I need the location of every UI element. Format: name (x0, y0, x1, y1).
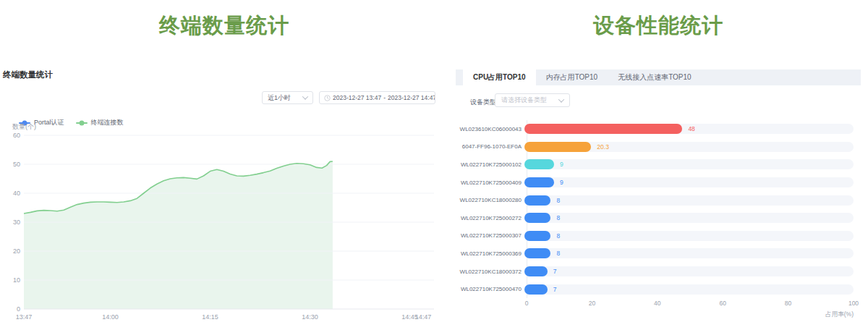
bar[interactable] (524, 177, 554, 187)
bar-category-label: WL022710K725000102 (456, 161, 524, 168)
bar[interactable] (524, 266, 548, 276)
x-tick-label: 0 (525, 300, 529, 307)
bar-zone: 7 (524, 266, 854, 276)
bar-zone: 9 (524, 177, 854, 187)
x-tick-label: 20 (589, 300, 595, 307)
bar-row: WL022710K7250004707 (456, 280, 854, 298)
bar-zone: 20.3 (524, 142, 854, 152)
bar-zone: 8 (524, 248, 854, 258)
x-tick-label: 100 (848, 300, 859, 307)
svg-text:13:47: 13:47 (16, 313, 33, 321)
svg-text:50: 50 (13, 161, 20, 168)
bar-zone: 48 (524, 124, 854, 134)
x-tick-label: 60 (719, 300, 726, 307)
bar-category-label: WL022710K725000272 (456, 215, 524, 221)
bar-row: WL023610KC0600004348 (456, 120, 854, 138)
bar-row: WL022710KC180003727 (456, 263, 854, 281)
bar-row: WL022710K7250003698 (456, 245, 854, 263)
bar-zone: 8 (524, 213, 854, 223)
bar-category-label: WL022710K725000470 (456, 286, 524, 292)
svg-text:14:00: 14:00 (102, 313, 119, 321)
terminal-count-panel: 终端数量统计 终端数量统计 近1小时 2023-12-27 13:47 - 20… (0, 0, 448, 330)
right-page-title: 设备性能统计 (456, 12, 861, 41)
bar-value-label: 9 (560, 179, 563, 186)
bar-category-label: WL022710KC18000372 (456, 268, 524, 275)
bar-row: WL022710K7250002728 (456, 209, 854, 227)
bar-category-label: WL022710K725000369 (456, 250, 524, 257)
svg-text:14:30: 14:30 (302, 313, 318, 321)
bar-x-axis: 020406080100 (456, 300, 854, 308)
bar-value-label: 7 (553, 268, 557, 275)
device-performance-panel: 设备性能统计 CPU占用TOP10内存占用TOP10无线接入点速率TOP10 设… (456, 0, 861, 330)
bar-row: WL022710K7250004099 (456, 174, 854, 192)
bar[interactable] (524, 124, 682, 134)
svg-text:40: 40 (13, 190, 20, 197)
bar-track (524, 159, 854, 169)
bar-row: 6047-FF96-1070-EF0A20.3 (456, 138, 854, 156)
bar-zone: 9 (524, 159, 854, 169)
svg-text:60: 60 (13, 132, 20, 139)
bar-row: WL022710KC180002808 (456, 191, 854, 209)
svg-text:30: 30 (13, 219, 20, 226)
bar-x-axis-name: 占用率(%) (825, 310, 854, 319)
bar-rows: WL023610KC06000043486047-FF96-1070-EF0A2… (456, 120, 854, 298)
tab-1[interactable]: 内存占用TOP10 (536, 69, 608, 85)
bar-category-label: 6047-FF96-1070-EF0A (456, 143, 524, 150)
bar[interactable] (524, 142, 591, 152)
bar[interactable] (524, 213, 550, 223)
x-tick-label: 80 (785, 300, 791, 307)
bar-track (524, 177, 854, 187)
tab-bar: CPU占用TOP10内存占用TOP10无线接入点速率TOP10 (456, 69, 861, 85)
bar-track (524, 195, 854, 206)
device-type-select[interactable]: 请选择设备类型 (495, 93, 570, 107)
bar-row: WL022710K7250003078 (456, 227, 854, 245)
tab-2[interactable]: 无线接入点速率TOP10 (608, 69, 702, 85)
svg-text:14:15: 14:15 (202, 313, 218, 321)
bar-category-label: WL023610KC06000043 (456, 126, 524, 132)
device-type-placeholder: 请选择设备类型 (501, 96, 547, 105)
bar-track (524, 213, 854, 223)
bar[interactable] (524, 284, 548, 295)
bar-track (524, 248, 854, 258)
bar-value-label: 9 (560, 161, 563, 168)
bar-value-label: 20.3 (597, 143, 609, 151)
chevron-down-icon (558, 96, 564, 102)
x-tick-label: 40 (654, 300, 660, 307)
terminal-line-chart: 010203040506013:4714:0014:1514:3014:4514… (0, 0, 448, 330)
bar-category-label: WL022710KC18000280 (456, 197, 524, 203)
bar-value-label: 8 (556, 214, 560, 221)
svg-text:0: 0 (17, 305, 20, 313)
bar-category-label: WL022710K725000307 (456, 232, 524, 239)
bar-category-label: WL022710K725000409 (456, 179, 524, 186)
bar-zone: 7 (524, 284, 854, 295)
bar-zone: 8 (524, 195, 854, 206)
svg-text:20: 20 (13, 248, 20, 255)
tab-0[interactable]: CPU占用TOP10 (463, 69, 536, 85)
bar-row: WL022710K7250001029 (456, 156, 854, 174)
bar[interactable] (524, 231, 550, 241)
bar-track (524, 284, 854, 295)
bar[interactable] (524, 195, 550, 206)
bar-value-label: 7 (553, 286, 557, 293)
svg-text:14:47: 14:47 (415, 313, 432, 321)
bar-value-label: 8 (556, 250, 560, 257)
bar[interactable] (524, 159, 554, 169)
svg-text:10: 10 (13, 276, 20, 284)
bar-value-label: 8 (556, 232, 560, 240)
bar[interactable] (524, 248, 550, 258)
bar-value-label: 48 (688, 125, 694, 132)
bar-zone: 8 (524, 231, 854, 241)
bar-track (524, 231, 854, 241)
bar-track (524, 266, 854, 276)
bar-value-label: 8 (556, 197, 560, 204)
device-type-label: 设备类型 (470, 98, 496, 107)
